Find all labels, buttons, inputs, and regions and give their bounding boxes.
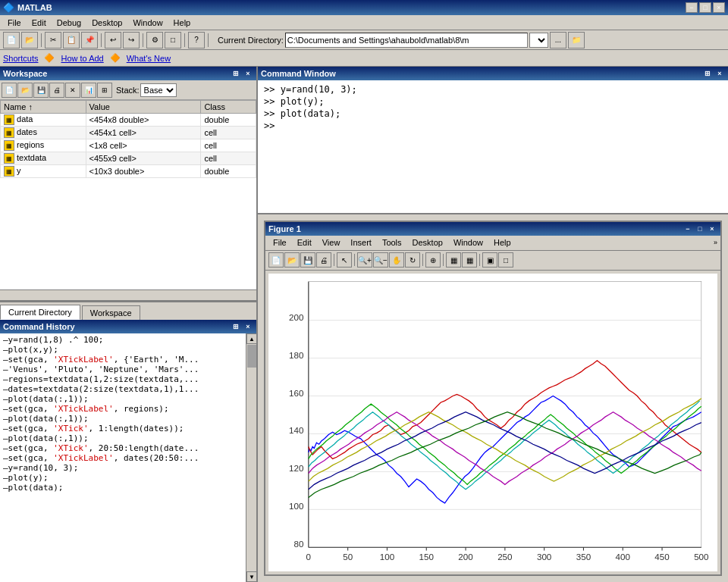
workspace-scrollbar[interactable] (0, 289, 256, 300)
list-item[interactable]: —plot(data(:,1)); (2, 394, 244, 404)
menu-help[interactable]: Help (169, 17, 196, 29)
undo-btn[interactable]: ↩ (105, 32, 121, 48)
tab-workspace[interactable]: Workspace (82, 305, 140, 320)
fig-grid[interactable]: ▣ (482, 252, 497, 268)
list-item[interactable]: —y=rand(1,8) .^ 100; (2, 335, 244, 345)
fig-zoom-in[interactable]: 🔍+ (357, 252, 372, 268)
fig-save[interactable]: 💾 (300, 252, 315, 268)
fig-rotate[interactable]: ↻ (405, 252, 420, 268)
menu-debug[interactable]: Debug (52, 17, 86, 29)
menu-edit[interactable]: Edit (27, 17, 51, 29)
figure-min[interactable]: − (682, 224, 693, 234)
figure-close[interactable]: × (707, 224, 717, 234)
guide-btn[interactable]: □ (165, 32, 181, 48)
fig-colorbar[interactable]: ▦ (446, 252, 461, 268)
cmd-undock[interactable]: ⊞ (702, 68, 713, 79)
fig-menu-insert[interactable]: Insert (346, 236, 376, 249)
ws-open-btn[interactable]: 📂 (17, 83, 33, 98)
fig-data-cursor[interactable]: ⊕ (425, 252, 441, 268)
ws-delete-btn[interactable]: ✕ (65, 83, 80, 98)
workspace-title: Workspace (3, 69, 48, 78)
fig-zoom-out[interactable]: 🔍− (373, 252, 388, 268)
table-row[interactable]: ▦ dates <454x1 cell> cell (1, 127, 256, 139)
list-item[interactable]: —y=rand(10, 3); (2, 463, 244, 473)
list-item[interactable]: —plot(y); (2, 473, 244, 483)
col-class[interactable]: Class (201, 101, 256, 114)
list-item[interactable]: —plot(data(:,1)); (2, 433, 244, 443)
browse-btn[interactable]: ... (550, 32, 566, 48)
ws-new-btn[interactable]: 📄 (2, 83, 17, 98)
col-value[interactable]: Value (86, 101, 201, 114)
close-button[interactable]: × (713, 2, 725, 13)
list-item[interactable]: —set(gca, 'XTick', 1:length(dates)); (2, 424, 244, 433)
cut-btn[interactable]: ✂ (45, 32, 61, 48)
list-item[interactable]: —regions=textdata(1,2:size(textdata,... (2, 374, 244, 384)
fig-menu-help[interactable]: Help (489, 236, 516, 249)
table-row[interactable]: ▦ textdata <455x9 cell> cell (1, 152, 256, 165)
fig-pan[interactable]: ✋ (389, 252, 404, 268)
list-item[interactable]: —set(gca, 'XTickLabel', dates(20:50:... (2, 453, 244, 463)
current-dir-combo[interactable] (529, 33, 548, 48)
ws-print-btn[interactable]: 🖨 (49, 83, 64, 98)
fig-cursor[interactable]: ↖ (337, 252, 352, 268)
minimize-button[interactable]: − (686, 2, 698, 13)
fig-legend[interactable]: ▦ (462, 252, 477, 268)
list-item[interactable]: —plot(x,y); (2, 345, 244, 355)
shortcut-how-to-add[interactable]: How to Add (61, 54, 103, 63)
fig-menu-window[interactable]: Window (449, 236, 488, 249)
fig-menu-tools[interactable]: Tools (378, 236, 406, 249)
scroll-down[interactable]: ▼ (246, 571, 256, 582)
shortcut-shortcuts[interactable]: Shortcuts (3, 54, 38, 63)
col-name[interactable]: Name ↑ (1, 101, 86, 114)
fig-arrow[interactable]: » (714, 239, 717, 246)
svg-text:160: 160 (289, 387, 304, 397)
ws-grid-btn[interactable]: ⊞ (97, 83, 112, 98)
table-row[interactable]: ▦ data <454x8 double> double (1, 114, 256, 127)
ws-chart-btn[interactable]: 📊 (81, 83, 96, 98)
cmd-close[interactable]: × (714, 68, 725, 79)
history-close[interactable]: × (243, 321, 253, 332)
current-dir-input[interactable] (285, 33, 528, 48)
maximize-button[interactable]: □ (699, 2, 711, 13)
list-item[interactable]: —set(gca, 'XTickLabel', regions); (2, 404, 244, 414)
fig-menu-edit[interactable]: Edit (293, 236, 316, 249)
list-item[interactable]: —set(gca, 'XTickLabel', {'Earth', 'M... (2, 355, 244, 365)
ws-save-btn[interactable]: 💾 (33, 83, 49, 98)
command-content[interactable]: >> y=rand(10, 3);>> plot(y);>> plot(data… (258, 80, 728, 213)
menu-window[interactable]: Window (128, 17, 167, 29)
fig-box[interactable]: □ (498, 252, 513, 268)
fig-print[interactable]: 🖨 (316, 252, 331, 268)
help-btn[interactable]: ? (188, 32, 205, 48)
history-undock[interactable]: ⊞ (231, 321, 241, 332)
redo-btn[interactable]: ↪ (123, 32, 140, 48)
history-content[interactable]: —y=rand(1,8) .^ 100;—plot(x,y);—set(gca,… (0, 333, 246, 582)
stack-combo[interactable]: Base (140, 83, 177, 97)
menu-file[interactable]: File (3, 17, 26, 29)
table-row[interactable]: ▦ y <10x3 double> double (1, 165, 256, 178)
fig-open[interactable]: 📂 (284, 252, 300, 268)
figure-max[interactable]: □ (695, 224, 705, 234)
workspace-close[interactable]: × (243, 68, 253, 79)
list-item[interactable]: —plot(data); (2, 483, 244, 493)
fig-menu-desktop[interactable]: Desktop (408, 236, 447, 249)
list-item[interactable]: —dates=textdata(2:size(textdata,1),1... (2, 384, 244, 394)
copy-btn[interactable]: 📋 (63, 32, 80, 48)
folder-nav-btn[interactable]: 📁 (568, 32, 585, 48)
paste-btn[interactable]: 📌 (81, 32, 98, 48)
simulink-btn[interactable]: ⚙ (146, 32, 163, 48)
list-item[interactable]: —'Venus', 'Pluto', 'Neptune', 'Mars'... (2, 365, 244, 374)
table-row[interactable]: ▦ regions <1x8 cell> cell (1, 139, 256, 152)
open-btn[interactable]: 📂 (21, 32, 38, 48)
fig-new[interactable]: 📄 (268, 252, 284, 268)
scroll-up[interactable]: ▲ (246, 333, 256, 344)
new-file-btn[interactable]: 📄 (3, 32, 20, 48)
menu-desktop[interactable]: Desktop (87, 17, 127, 29)
fig-menu-view[interactable]: View (318, 236, 345, 249)
list-item[interactable]: —plot(data(:,1)); (2, 414, 244, 424)
tab-current-directory[interactable]: Current Directory (0, 305, 80, 320)
scroll-thumb[interactable] (247, 345, 256, 368)
workspace-undock[interactable]: ⊞ (231, 68, 241, 79)
shortcut-whats-new[interactable]: What's New (127, 54, 171, 63)
list-item[interactable]: —set(gca, 'XTick', 20:50:length(date... (2, 443, 244, 453)
fig-menu-file[interactable]: File (268, 236, 291, 249)
